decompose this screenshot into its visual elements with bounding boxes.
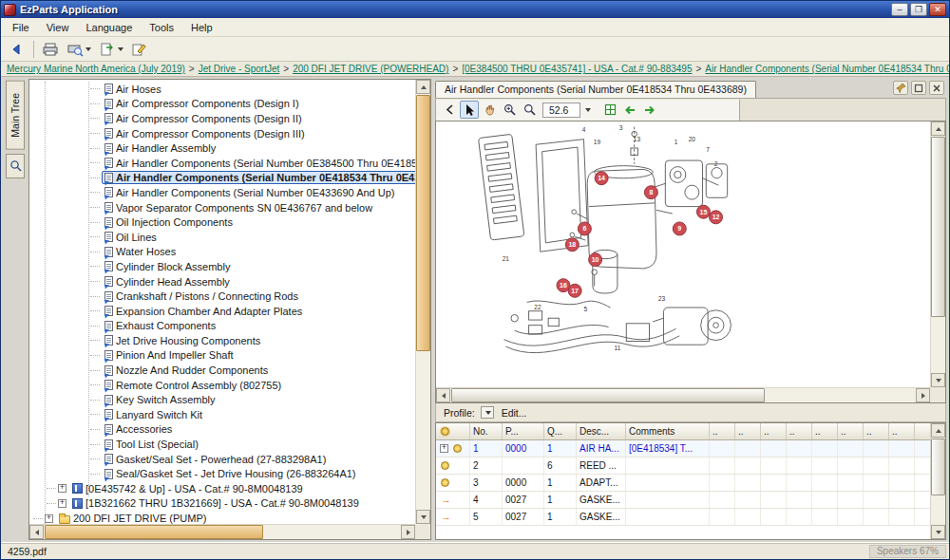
row-expander[interactable]: + <box>440 444 448 453</box>
pan-tool-button[interactable] <box>480 101 499 119</box>
breadcrumb-item[interactable]: [0E384500 THRU 0E435741] - USA - Cat.# 9… <box>462 64 692 74</box>
scroll-down-button[interactable] <box>931 525 945 539</box>
tree-item[interactable]: Expansion Chamber And Adapter Plates <box>31 304 415 319</box>
minimize-button[interactable]: – <box>891 3 908 16</box>
table-row[interactable]: →400271GASKE... <box>436 492 930 509</box>
scrollbar-thumb[interactable] <box>931 439 945 495</box>
diagram-part-badge[interactable]: 8 <box>644 186 657 199</box>
tree-item[interactable]: Jet Drive Housing Components <box>31 333 415 348</box>
tree-item[interactable]: Accessories <box>31 422 415 438</box>
table-vertical-scrollbar[interactable] <box>930 423 945 539</box>
profile-edit-link[interactable]: Edit... <box>502 407 527 419</box>
diagram-part-badge[interactable]: 17 <box>568 284 581 297</box>
tree-item[interactable]: Water Hoses <box>31 245 415 260</box>
diagram-canvas[interactable]: 4193131207221225112314815129618101617 <box>436 121 930 387</box>
menu-item-tools[interactable]: Tools <box>141 19 182 36</box>
tree-expander[interactable]: + <box>58 484 66 493</box>
tree-vertical-scrollbar[interactable] <box>415 80 430 524</box>
tree-item[interactable]: Lanyard Switch Kit <box>31 407 415 422</box>
export-button[interactable] <box>96 39 126 60</box>
tree-item[interactable]: Remote Control Assembly (802755) <box>31 378 415 393</box>
tree-item[interactable]: Tool List (Special) <box>31 437 415 452</box>
menu-item-view[interactable]: View <box>38 19 78 36</box>
tree-item[interactable]: Nozzle And Rudder Components <box>31 363 415 378</box>
tree-item[interactable]: Exhaust Components <box>31 319 415 334</box>
table-row[interactable]: →500271GASKE... <box>436 509 930 526</box>
print-preview-button[interactable] <box>64 39 94 60</box>
table-row[interactable]: 300001ADAPT... <box>436 475 930 492</box>
search-tab[interactable] <box>6 154 25 178</box>
column-header-narrow[interactable]: .. <box>838 423 864 439</box>
scrollbar-thumb[interactable] <box>45 525 263 539</box>
tree-horizontal-scrollbar[interactable] <box>29 524 415 539</box>
tree-expander[interactable]: + <box>45 514 53 523</box>
breadcrumb-item[interactable]: 200 DFI JET DRIVE (POWERHEAD) <box>293 64 448 74</box>
tree-item[interactable]: Air Handler Components (Serial Number 0E… <box>31 185 415 200</box>
tree-item[interactable]: Air Handler Components (Serial Number 0E… <box>31 171 415 186</box>
print-button[interactable] <box>39 39 62 60</box>
tab-main-tree[interactable]: Main Tree <box>6 81 25 150</box>
diagram-part-badge[interactable]: 6 <box>578 222 591 235</box>
breadcrumb-item[interactable]: Jet Drive - SportJet <box>199 64 280 74</box>
tree-item[interactable]: +[1B321662 THRU 1B321669] - USA - Cat.# … <box>31 496 415 512</box>
breadcrumb-item[interactable]: Mercury Marine North America (July 2019) <box>7 64 185 74</box>
diagram-part-badge[interactable]: 9 <box>673 222 686 235</box>
scroll-left-button[interactable] <box>436 388 450 402</box>
column-header-desc[interactable]: Desc... <box>577 423 626 439</box>
previous-page-button[interactable] <box>620 101 639 119</box>
table-row[interactable]: +100001AIR HA...[0E418534] T... <box>436 440 930 457</box>
tree-item[interactable]: Oil Injection Components <box>31 215 415 230</box>
scroll-left-button[interactable] <box>29 525 44 539</box>
column-header-narrow[interactable]: .. <box>710 423 735 439</box>
zoom-window-button[interactable] <box>520 101 539 119</box>
page-back-button[interactable] <box>440 101 459 119</box>
pointer-tool-button[interactable] <box>460 101 479 119</box>
scrollbar-thumb[interactable] <box>931 137 945 317</box>
viewer-horizontal-scrollbar[interactable] <box>436 387 930 402</box>
menu-item-language[interactable]: Language <box>77 19 141 36</box>
tree-item[interactable]: Cylinder Head Assembly <box>31 274 415 289</box>
menu-item-file[interactable]: File <box>4 19 38 36</box>
column-header-narrow[interactable]: .. <box>735 423 761 439</box>
diagram-part-badge[interactable]: 10 <box>589 253 602 267</box>
tree-item[interactable]: Gasket/Seal Set - Powerhead (27-883298A1… <box>31 452 415 467</box>
column-header-narrow[interactable]: .. <box>787 423 812 439</box>
tree-item[interactable]: Crankshaft / Pistons / Connecting Rods <box>31 289 415 304</box>
tree-item[interactable]: Vapor Separator Components SN 0E436767 a… <box>31 200 415 215</box>
edit-notes-button[interactable] <box>128 39 150 60</box>
column-header-comments[interactable]: Comments <box>626 423 710 439</box>
scrollbar-thumb[interactable] <box>416 95 430 351</box>
column-header-icon[interactable] <box>436 423 470 439</box>
scroll-up-button[interactable] <box>416 80 430 94</box>
column-header-part[interactable]: P... <box>503 423 544 439</box>
profile-dropdown[interactable] <box>481 406 494 419</box>
tree-item[interactable]: Air Handler Components (Serial Number 0E… <box>31 156 415 171</box>
diagram-part-badge[interactable]: 18 <box>565 238 579 252</box>
tree-item[interactable]: +200 DFI JET DRIVE (PUMP) <box>31 511 415 524</box>
column-header-narrow[interactable]: .. <box>864 423 889 439</box>
scroll-right-button[interactable] <box>401 525 415 539</box>
tree-item[interactable]: Pinion And Impeller Shaft <box>31 348 415 364</box>
close-button[interactable]: ✕ <box>929 3 946 16</box>
tree-item[interactable]: Seal/Gasket Set - Jet Drive Housing (26-… <box>31 466 415 481</box>
zoom-value[interactable]: 52.6 <box>542 103 580 118</box>
column-header-no[interactable]: No. <box>470 423 503 439</box>
tree-item[interactable]: +[0E435742 & Up] - USA - Cat.# 90-8M0048… <box>31 481 415 496</box>
tree-item[interactable]: Air Handler Assembly <box>31 140 415 156</box>
column-header-qty[interactable]: Q... <box>544 423 577 439</box>
viewer-vertical-scrollbar[interactable] <box>930 121 945 387</box>
tree-expander[interactable]: + <box>58 499 66 508</box>
table-row[interactable]: 26REED ... <box>436 457 930 475</box>
close-document-button[interactable] <box>929 81 944 95</box>
next-page-button[interactable] <box>640 101 659 119</box>
tree-item[interactable]: Oil Lines <box>31 230 415 245</box>
diagram-part-badge[interactable]: 12 <box>710 211 723 224</box>
zoom-in-button[interactable] <box>500 101 519 119</box>
back-button[interactable] <box>6 39 27 60</box>
diagram-part-badge[interactable]: 15 <box>696 205 710 218</box>
tree-item[interactable]: Air Compressor Components (Design III) <box>31 126 415 141</box>
tree-item[interactable]: Air Hoses <box>31 82 415 97</box>
scroll-up-button[interactable] <box>931 423 945 438</box>
thumbnail-grid-button[interactable] <box>600 101 619 119</box>
tree-item[interactable]: Air Compressor Components (Design I) <box>31 97 415 112</box>
